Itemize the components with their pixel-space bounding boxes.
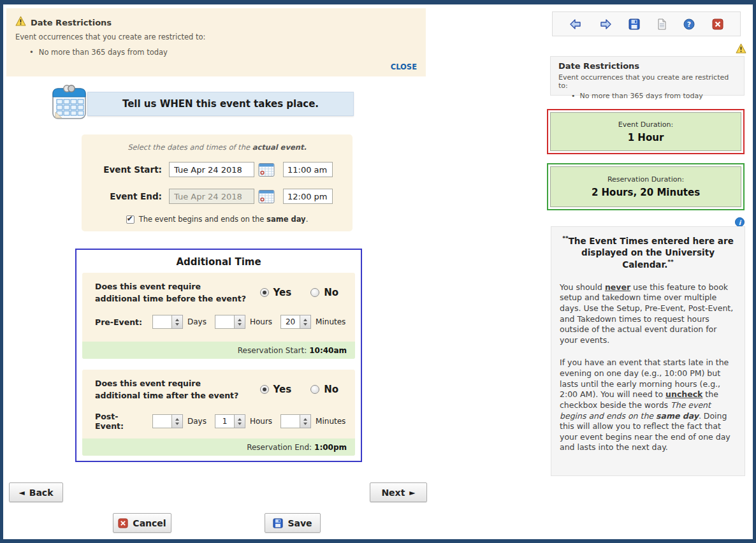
post-minutes-input[interactable]	[280, 414, 300, 428]
post-days-unit: Days	[187, 417, 207, 426]
pre-event-field-row: Pre-Event: Days Hours Minutes	[95, 315, 345, 329]
pre-no-label: No	[324, 287, 338, 298]
event-start-date-input[interactable]	[169, 162, 254, 177]
warning-icon	[15, 16, 26, 29]
sidebar-date-restrictions: Date Restrictions Event occurrences that…	[550, 56, 745, 96]
pre-hours-input[interactable]	[215, 315, 235, 329]
info-title: **The Event Times entered here are displ…	[560, 235, 736, 270]
toolbar: ?	[552, 11, 741, 36]
next-arrow-icon: ►	[409, 488, 415, 497]
save-icon[interactable]	[629, 18, 640, 30]
event-end-label: Event End:	[82, 191, 162, 201]
post-hours-spinner[interactable]	[235, 414, 245, 428]
sidebar-warning-icon	[736, 43, 746, 56]
post-days-spinner[interactable]	[172, 414, 183, 428]
svg-text:?: ?	[687, 20, 691, 29]
event-end-row: Event End:	[82, 189, 353, 204]
save-floppy-icon	[273, 518, 283, 528]
forward-arrow-icon[interactable]	[599, 18, 612, 30]
reservation-end-bar: Reservation End:1:00pm	[82, 438, 355, 456]
event-end-date-input	[169, 189, 254, 204]
notice-bullet: No more than 365 days from today	[29, 48, 168, 57]
notice-header: Date Restrictions	[15, 16, 112, 29]
info-panel: **The Event Times entered here are displ…	[551, 226, 745, 476]
post-minutes-unit: Minutes	[316, 417, 345, 426]
post-event-question: Does this event require additional time …	[95, 378, 238, 402]
event-duration-value: 1 Hour	[628, 132, 664, 143]
pre-hours-unit: Hours	[250, 317, 272, 326]
sidebar-restrictions-subtitle: Event occurrences that you create are re…	[558, 73, 736, 90]
date-restrictions-notice: Date Restrictions Event occurrences that…	[6, 8, 426, 76]
event-start-label: Event Start:	[82, 164, 162, 175]
event-duration-label: Event Duration:	[618, 120, 674, 129]
next-button[interactable]: Next ►	[370, 482, 427, 502]
cancel-x-icon	[118, 518, 128, 528]
event-end-time-input[interactable]	[283, 189, 333, 204]
same-day-label: The event begins and ends on the same da…	[139, 215, 309, 224]
back-arrow-icon: ◄	[19, 488, 25, 497]
event-start-time-input[interactable]	[283, 162, 333, 177]
pre-minutes-input[interactable]	[280, 315, 300, 329]
post-minutes-spinner[interactable]	[300, 414, 311, 428]
pre-yes-label: Yes	[273, 287, 292, 298]
pre-hours-spinner[interactable]	[235, 315, 245, 329]
help-icon[interactable]: ?	[683, 18, 695, 30]
pre-minutes-spinner[interactable]	[300, 315, 311, 329]
pre-days-input[interactable]	[152, 315, 172, 329]
pre-event-panel: Does this event require additional time …	[82, 273, 355, 359]
sidebar-restrictions-bullet: No more than 365 days from today	[571, 92, 736, 100]
event-start-row: Event Start:	[82, 162, 353, 177]
pre-event-question: Does this event require additional time …	[95, 281, 246, 305]
event-scheduler-page: Date Restrictions Event occurrences that…	[0, 0, 756, 543]
pre-yes-radio[interactable]	[260, 288, 269, 297]
post-event-radios: Yes No	[260, 384, 338, 395]
same-day-checkbox[interactable]	[126, 215, 134, 224]
post-no-label: No	[324, 384, 338, 395]
pre-event-radios: Yes No	[260, 287, 338, 298]
post-hours-unit: Hours	[250, 417, 272, 426]
event-duration-box: Event Duration: 1 Hour	[547, 109, 745, 154]
reservation-duration-value: 2 Hours, 20 Minutes	[592, 187, 700, 198]
post-yes-label: Yes	[273, 384, 292, 395]
post-hours-input[interactable]	[215, 414, 235, 428]
close-link[interactable]: CLOSE	[391, 62, 417, 71]
post-event-label: Post-Event:	[95, 412, 144, 431]
sidebar-restrictions-title: Date Restrictions	[558, 61, 736, 71]
reservation-duration-label: Reservation Duration:	[607, 175, 684, 184]
post-days-input[interactable]	[152, 414, 172, 428]
calendar-icon	[51, 83, 88, 120]
notice-title: Date Restrictions	[31, 18, 112, 27]
additional-time-title: Additional Time	[76, 256, 361, 268]
pre-no-radio[interactable]	[310, 288, 319, 297]
when-banner-title: Tell us WHEN this event takes place.	[122, 98, 319, 110]
event-times-panel: Select the dates and times of the actual…	[82, 134, 353, 231]
back-arrow-icon[interactable]	[569, 18, 582, 30]
pre-minutes-unit: Minutes	[316, 317, 345, 326]
info-paragraph-1: You should never use this feature to boo…	[560, 282, 736, 346]
post-yes-radio[interactable]	[260, 385, 269, 394]
reservation-start-bar: Reservation Start:10:40am	[82, 342, 355, 359]
back-button[interactable]: ◄ Back	[9, 482, 63, 502]
close-icon[interactable]	[712, 18, 723, 30]
pre-event-label: Pre-Event:	[95, 317, 144, 327]
cancel-button[interactable]: Cancel	[113, 513, 171, 533]
pre-days-unit: Days	[187, 317, 207, 326]
info-paragraph-2: If you have an event that starts late in…	[560, 358, 736, 453]
event-end-calendar-button[interactable]	[258, 189, 275, 204]
event-start-calendar-button[interactable]	[258, 163, 275, 177]
when-banner: Tell us WHEN this event takes place.	[87, 92, 354, 116]
document-icon[interactable]	[657, 18, 667, 30]
pre-days-spinner[interactable]	[172, 315, 183, 329]
save-button[interactable]: Save	[265, 513, 321, 533]
post-event-field-row: Post-Event: Days Hours Minutes	[95, 412, 345, 431]
reservation-duration-box: Reservation Duration: 2 Hours, 20 Minute…	[547, 163, 745, 210]
instruction-text: Select the dates and times of the actual…	[82, 143, 353, 152]
notice-subtitle: Event occurrences that you create are re…	[15, 33, 205, 41]
additional-time-section: Additional Time Does this event require …	[75, 249, 362, 462]
post-event-panel: Does this event require additional time …	[82, 370, 355, 456]
same-day-row: The event begins and ends on the same da…	[82, 215, 353, 224]
post-no-radio[interactable]	[310, 385, 319, 394]
